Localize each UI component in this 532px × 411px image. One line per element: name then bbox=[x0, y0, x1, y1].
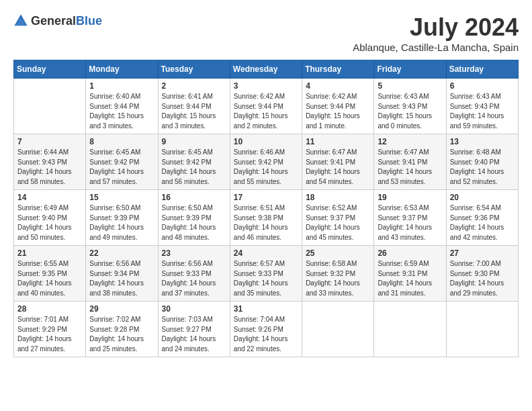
calendar-cell: 26Sunrise: 6:59 AMSunset: 9:31 PMDayligh… bbox=[374, 246, 446, 302]
day-number: 9 bbox=[162, 137, 226, 146]
day-number: 19 bbox=[378, 193, 442, 202]
week-row-2: 7Sunrise: 6:44 AMSunset: 9:43 PMDaylight… bbox=[14, 134, 519, 190]
day-number: 22 bbox=[89, 248, 154, 258]
logo-text: GeneralBlue bbox=[31, 14, 102, 28]
calendar-cell: 30Sunrise: 7:03 AMSunset: 9:27 PMDayligh… bbox=[158, 302, 230, 357]
calendar-table: SundayMondayTuesdayWednesdayThursdayFrid… bbox=[13, 60, 519, 357]
calendar-cell: 20Sunrise: 6:54 AMSunset: 9:36 PMDayligh… bbox=[446, 190, 518, 246]
logo: GeneralBlue bbox=[13, 13, 102, 28]
cell-content: Sunrise: 6:42 AMSunset: 9:44 PMDaylight:… bbox=[234, 92, 298, 131]
day-header-monday: Monday bbox=[86, 60, 158, 79]
cell-content: Sunrise: 6:56 AMSunset: 9:34 PMDaylight:… bbox=[89, 259, 154, 298]
calendar-cell: 25Sunrise: 6:58 AMSunset: 9:32 PMDayligh… bbox=[302, 246, 374, 302]
cell-content: Sunrise: 6:48 AMSunset: 9:40 PMDaylight:… bbox=[450, 148, 515, 187]
calendar-cell: 9Sunrise: 6:45 AMSunset: 9:42 PMDaylight… bbox=[158, 134, 230, 190]
calendar-cell: 3Sunrise: 6:42 AMSunset: 9:44 PMDaylight… bbox=[230, 79, 302, 134]
calendar-cell: 16Sunrise: 6:50 AMSunset: 9:39 PMDayligh… bbox=[158, 190, 230, 246]
day-number: 16 bbox=[162, 193, 226, 202]
day-header-saturday: Saturday bbox=[446, 60, 518, 79]
calendar-cell: 12Sunrise: 6:47 AMSunset: 9:41 PMDayligh… bbox=[374, 134, 446, 190]
day-number: 18 bbox=[306, 193, 370, 202]
logo-icon bbox=[13, 13, 28, 28]
page-container: GeneralBlue July 2024 Ablanque, Castille… bbox=[13, 13, 519, 357]
cell-content: Sunrise: 6:52 AMSunset: 9:37 PMDaylight:… bbox=[306, 203, 370, 242]
calendar-cell: 15Sunrise: 6:50 AMSunset: 9:39 PMDayligh… bbox=[86, 190, 158, 246]
day-number: 5 bbox=[378, 81, 442, 91]
calendar-cell: 17Sunrise: 6:51 AMSunset: 9:38 PMDayligh… bbox=[230, 190, 302, 246]
cell-content: Sunrise: 7:01 AMSunset: 9:29 PMDaylight:… bbox=[17, 315, 82, 354]
cell-content: Sunrise: 7:00 AMSunset: 9:30 PMDaylight:… bbox=[450, 259, 515, 298]
cell-content: Sunrise: 6:49 AMSunset: 9:40 PMDaylight:… bbox=[17, 203, 82, 242]
calendar-cell bbox=[302, 302, 374, 357]
day-header-thursday: Thursday bbox=[302, 60, 374, 79]
week-row-4: 21Sunrise: 6:55 AMSunset: 9:35 PMDayligh… bbox=[14, 246, 519, 302]
day-number: 7 bbox=[17, 137, 82, 146]
cell-content: Sunrise: 6:43 AMSunset: 9:43 PMDaylight:… bbox=[378, 92, 442, 131]
day-number: 20 bbox=[450, 193, 515, 202]
calendar-cell: 29Sunrise: 7:02 AMSunset: 9:28 PMDayligh… bbox=[86, 302, 158, 357]
cell-content: Sunrise: 6:47 AMSunset: 9:41 PMDaylight:… bbox=[378, 148, 442, 187]
day-number: 29 bbox=[89, 304, 154, 314]
day-number: 27 bbox=[450, 248, 515, 258]
calendar-cell: 1Sunrise: 6:40 AMSunset: 9:44 PMDaylight… bbox=[86, 79, 158, 134]
day-number: 6 bbox=[450, 81, 515, 91]
day-number: 11 bbox=[306, 137, 370, 146]
day-number: 12 bbox=[378, 137, 442, 146]
calendar-cell: 22Sunrise: 6:56 AMSunset: 9:34 PMDayligh… bbox=[86, 246, 158, 302]
day-header-tuesday: Tuesday bbox=[158, 60, 230, 79]
cell-content: Sunrise: 6:45 AMSunset: 9:42 PMDaylight:… bbox=[162, 148, 226, 187]
day-number: 4 bbox=[306, 81, 370, 91]
day-header-wednesday: Wednesday bbox=[230, 60, 302, 79]
header: GeneralBlue July 2024 Ablanque, Castille… bbox=[13, 13, 519, 53]
cell-content: Sunrise: 6:51 AMSunset: 9:38 PMDaylight:… bbox=[234, 203, 298, 242]
day-header-sunday: Sunday bbox=[14, 60, 86, 79]
cell-content: Sunrise: 6:43 AMSunset: 9:43 PMDaylight:… bbox=[450, 92, 515, 131]
calendar-cell: 23Sunrise: 6:56 AMSunset: 9:33 PMDayligh… bbox=[158, 246, 230, 302]
week-row-3: 14Sunrise: 6:49 AMSunset: 9:40 PMDayligh… bbox=[14, 190, 519, 246]
day-number: 14 bbox=[17, 193, 82, 202]
calendar-cell: 6Sunrise: 6:43 AMSunset: 9:43 PMDaylight… bbox=[446, 79, 518, 134]
cell-content: Sunrise: 6:56 AMSunset: 9:33 PMDaylight:… bbox=[162, 259, 226, 298]
day-header-friday: Friday bbox=[374, 60, 446, 79]
calendar-cell: 28Sunrise: 7:01 AMSunset: 9:29 PMDayligh… bbox=[14, 302, 86, 357]
cell-content: Sunrise: 6:45 AMSunset: 9:42 PMDaylight:… bbox=[89, 148, 154, 187]
cell-content: Sunrise: 6:46 AMSunset: 9:42 PMDaylight:… bbox=[234, 148, 298, 187]
day-number: 2 bbox=[162, 81, 226, 91]
week-row-5: 28Sunrise: 7:01 AMSunset: 9:29 PMDayligh… bbox=[14, 302, 519, 357]
cell-content: Sunrise: 6:44 AMSunset: 9:43 PMDaylight:… bbox=[17, 148, 82, 187]
cell-content: Sunrise: 6:57 AMSunset: 9:33 PMDaylight:… bbox=[234, 259, 298, 298]
logo-blue: Blue bbox=[76, 14, 102, 28]
cell-content: Sunrise: 6:58 AMSunset: 9:32 PMDaylight:… bbox=[306, 259, 370, 298]
cell-content: Sunrise: 6:53 AMSunset: 9:37 PMDaylight:… bbox=[378, 203, 442, 242]
day-number: 30 bbox=[162, 304, 226, 314]
calendar-cell: 31Sunrise: 7:04 AMSunset: 9:26 PMDayligh… bbox=[230, 302, 302, 357]
cell-content: Sunrise: 6:41 AMSunset: 9:44 PMDaylight:… bbox=[162, 92, 226, 131]
calendar-cell bbox=[446, 302, 518, 357]
cell-content: Sunrise: 6:40 AMSunset: 9:44 PMDaylight:… bbox=[89, 92, 154, 131]
day-number: 24 bbox=[234, 248, 298, 258]
calendar-cell: 21Sunrise: 6:55 AMSunset: 9:35 PMDayligh… bbox=[14, 246, 86, 302]
calendar-cell: 5Sunrise: 6:43 AMSunset: 9:43 PMDaylight… bbox=[374, 79, 446, 134]
day-number: 26 bbox=[378, 248, 442, 258]
day-number: 3 bbox=[234, 81, 298, 91]
day-number: 1 bbox=[89, 81, 154, 91]
location-title: Ablanque, Castille-La Mancha, Spain bbox=[353, 42, 519, 53]
day-number: 17 bbox=[234, 193, 298, 202]
month-title: July 2024 bbox=[353, 13, 519, 42]
cell-content: Sunrise: 6:59 AMSunset: 9:31 PMDaylight:… bbox=[378, 259, 442, 298]
calendar-cell: 14Sunrise: 6:49 AMSunset: 9:40 PMDayligh… bbox=[14, 190, 86, 246]
calendar-cell: 24Sunrise: 6:57 AMSunset: 9:33 PMDayligh… bbox=[230, 246, 302, 302]
week-row-1: 1Sunrise: 6:40 AMSunset: 9:44 PMDaylight… bbox=[14, 79, 519, 134]
calendar-cell: 8Sunrise: 6:45 AMSunset: 9:42 PMDaylight… bbox=[86, 134, 158, 190]
calendar-cell: 7Sunrise: 6:44 AMSunset: 9:43 PMDaylight… bbox=[14, 134, 86, 190]
day-number: 21 bbox=[17, 248, 82, 258]
calendar-cell: 18Sunrise: 6:52 AMSunset: 9:37 PMDayligh… bbox=[302, 190, 374, 246]
calendar-cell: 2Sunrise: 6:41 AMSunset: 9:44 PMDaylight… bbox=[158, 79, 230, 134]
calendar-cell: 13Sunrise: 6:48 AMSunset: 9:40 PMDayligh… bbox=[446, 134, 518, 190]
day-number: 31 bbox=[234, 304, 298, 314]
calendar-cell: 10Sunrise: 6:46 AMSunset: 9:42 PMDayligh… bbox=[230, 134, 302, 190]
day-number: 8 bbox=[89, 137, 154, 146]
day-number: 23 bbox=[162, 248, 226, 258]
logo-general: General bbox=[31, 14, 76, 28]
day-number: 15 bbox=[89, 193, 154, 202]
